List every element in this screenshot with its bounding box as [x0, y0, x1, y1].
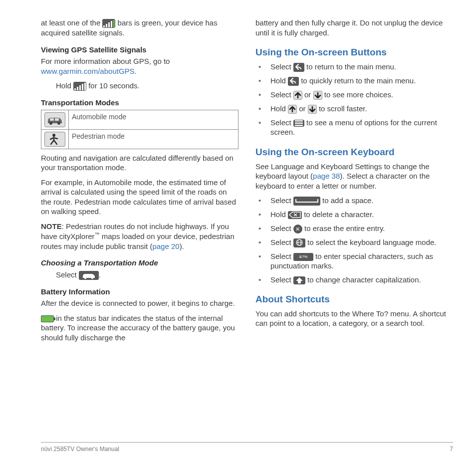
mode-icon-cell	[41, 110, 69, 129]
left-column: at least one of the bars is green, your …	[41, 18, 238, 442]
list-item: • Select to change character capitalizat…	[255, 275, 453, 285]
list-item: • Select to add a space.	[255, 196, 453, 206]
text: or	[304, 90, 313, 99]
text: .	[135, 67, 137, 75]
pedestrian-mode-icon	[44, 132, 65, 147]
table-row: Automobile mode	[41, 110, 238, 129]
list-item: • Select to see a menu of options for th…	[255, 118, 453, 137]
footer-manual-title: nüvi 2585TV Owner's Manual	[41, 446, 119, 453]
link-garmin-gps[interactable]: www.garmin.com/aboutGPS	[41, 67, 135, 75]
arrow-up-icon	[293, 91, 302, 100]
space-key-icon	[293, 197, 320, 206]
link-page-20[interactable]: page 20	[152, 242, 179, 250]
text: .	[99, 270, 101, 279]
list-item: • Hold or to scroll faster.	[255, 104, 453, 114]
list-item: • Select to return to the main menu.	[255, 62, 453, 72]
page-body: at least one of the bars is green, your …	[0, 0, 476, 442]
gps-hold-instruction: Hold for 10 seconds.	[41, 81, 238, 91]
list-item: • Select &?% to enter special characters…	[255, 251, 453, 271]
shortcuts-paragraph: You can add shortcuts to the Where To? m…	[255, 309, 453, 328]
text: to scroll faster.	[319, 104, 367, 113]
text: to add a space.	[322, 196, 374, 205]
text: Select	[270, 224, 293, 233]
battery-paragraph-2: in the status bar indicates the status o…	[41, 313, 238, 343]
automobile-mode-icon	[44, 112, 65, 127]
mode-label-cell: Pedestrian mode	[69, 129, 238, 149]
keyboard-intro: See Language and Keyboard Settings to ch…	[255, 162, 453, 191]
table-row: Pedestrian mode	[41, 129, 238, 149]
list-item: • Hold to quickly return to the main men…	[255, 76, 453, 86]
buttons-list: • Select to return to the main menu. • H…	[255, 62, 453, 137]
back-icon	[288, 77, 299, 86]
list-item: • Select or to see more choices.	[255, 90, 453, 100]
battery-continued: battery and then fully charge it. Do not…	[255, 18, 453, 37]
keyboard-list: • Select to add a space. • Hold to delet…	[255, 196, 453, 284]
clear-key-icon: ✕	[293, 225, 302, 234]
heading-choosing-mode: Choosing a Transportation Mode	[41, 258, 238, 268]
mode-icon-cell	[41, 129, 69, 149]
text: to change character capitalization.	[307, 275, 421, 284]
battery-paragraph-1: After the device is connected to power, …	[41, 298, 238, 308]
transportation-modes-table: Automobile mode Pedestrian mode	[41, 110, 238, 149]
trans-paragraph-2: For example, in Automobile mode, the est…	[41, 178, 238, 217]
note-label: NOTE	[41, 222, 62, 231]
text: to quickly return to the main menu.	[301, 76, 416, 85]
right-column: battery and then fully charge it. Do not…	[255, 18, 453, 442]
text: Hold	[270, 210, 288, 219]
mode-label-cell: Automobile mode	[69, 110, 238, 129]
text: ).	[180, 242, 184, 250]
trans-paragraph-1: Routing and navigation are calculated di…	[41, 153, 238, 173]
arrow-down-icon	[313, 91, 322, 100]
text: to erase the entire entry.	[304, 224, 385, 233]
text: Select	[270, 275, 293, 284]
special-chars-key-icon: &?%	[293, 253, 313, 261]
text: or	[299, 104, 308, 113]
signal-bars-icon	[102, 19, 115, 28]
shift-key-icon	[293, 276, 305, 284]
heading-gps-signals: Viewing GPS Satellite Signals	[41, 45, 238, 55]
list-item: • Select ✕ to erase the entire entry.	[255, 224, 453, 234]
signal-bars-icon	[73, 82, 86, 91]
text: Select	[270, 252, 293, 260]
page-footer: nüvi 2585TV Owner's Manual 7	[41, 442, 453, 453]
text: to see more choices.	[324, 90, 393, 99]
trans-note: NOTE: Pedestrian routes do not include h…	[41, 222, 238, 251]
heading-transportation-modes: Transportation Modes	[41, 98, 238, 108]
text: in the status bar indicates the status o…	[41, 314, 235, 342]
gps-paragraph: For more information about GPS, go to ww…	[41, 56, 238, 76]
arrow-up-icon	[288, 105, 297, 114]
battery-icon	[41, 315, 54, 322]
text: for 10 seconds.	[88, 81, 140, 90]
text: For more information about GPS, go to	[41, 57, 170, 65]
backspace-key-icon	[288, 211, 302, 219]
text: Select	[270, 196, 293, 205]
text: Select	[270, 62, 293, 71]
heading-onscreen-buttons: Using the On-screen Buttons	[255, 46, 453, 59]
text: Hold	[56, 81, 73, 90]
text: Hold	[270, 104, 288, 113]
text: to return to the main menu.	[306, 62, 396, 71]
text: at least one of the	[41, 18, 102, 27]
text: to select the keyboard language mode.	[307, 238, 437, 246]
automobile-mode-icon	[79, 271, 99, 280]
list-item: • Hold to delete a character.	[255, 210, 453, 220]
text: Hold	[270, 76, 288, 85]
globe-key-icon	[293, 238, 305, 247]
menu-icon	[293, 120, 304, 127]
heading-onscreen-keyboard: Using the On-screen Keyboard	[255, 146, 453, 159]
link-page-38[interactable]: page 38	[313, 172, 340, 180]
text: Select	[270, 238, 293, 246]
list-item: • Select to select the keyboard language…	[255, 238, 453, 247]
heading-about-shortcuts: About Shortcuts	[255, 293, 453, 306]
trademark: ™	[95, 232, 100, 237]
text: Select	[270, 90, 293, 99]
intro-paragraph: at least one of the bars is green, your …	[41, 18, 238, 38]
heading-battery-info: Battery Information	[41, 287, 238, 297]
footer-page-number: 7	[450, 446, 453, 453]
choose-mode-instruction: Select .	[41, 270, 238, 280]
text: Select	[270, 118, 293, 127]
back-icon	[293, 63, 304, 72]
arrow-down-icon	[308, 105, 317, 114]
text: to delete a character.	[304, 210, 374, 219]
text: Select	[56, 270, 79, 279]
